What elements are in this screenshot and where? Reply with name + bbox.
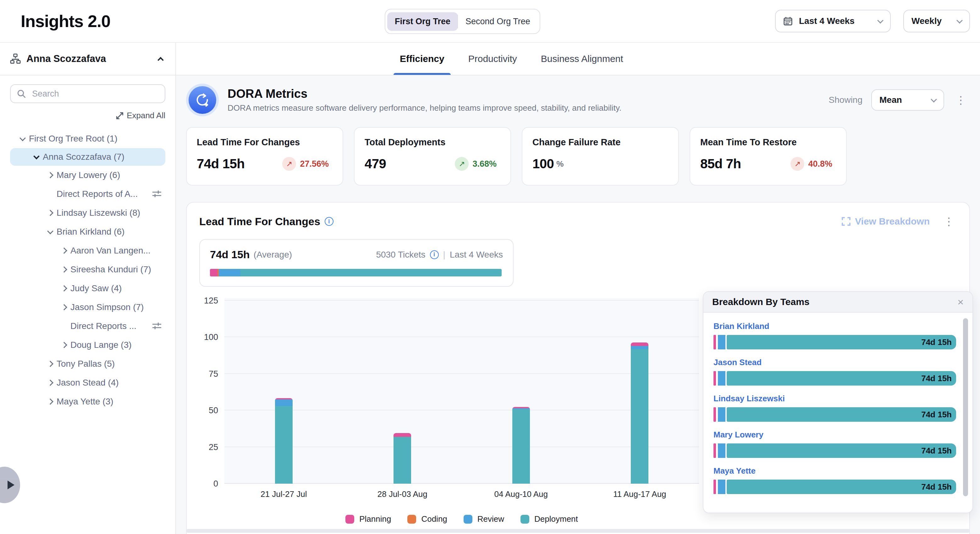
date-range-dropdown[interactable]: Last 4 Weeks <box>775 10 891 32</box>
tree-item[interactable]: Brian Kirkland (6) <box>0 222 175 241</box>
filters-icon[interactable] <box>152 322 162 330</box>
chevron-down-icon[interactable] <box>33 153 40 159</box>
trend-badge: ↗3.68% <box>455 157 500 171</box>
org-tree-option[interactable]: First Org Tree <box>387 12 458 31</box>
tab-business-alignment[interactable]: Business Alignment <box>540 43 625 75</box>
team-link[interactable]: Jason Stead <box>713 357 956 367</box>
bar-segment-planning <box>713 371 716 386</box>
team-bar: 74d 15h <box>713 335 956 349</box>
search-icon <box>17 89 26 98</box>
tree-item[interactable]: Direct Reports of A... <box>0 185 175 204</box>
team-bar: 74d 15h <box>713 443 956 458</box>
app-window: Insights 2.0 First Org TreeSecond Org Tr… <box>0 0 980 534</box>
granularity-dropdown[interactable]: Weekly <box>903 10 970 32</box>
team-link[interactable]: Brian Kirkland <box>713 321 956 331</box>
chevron-right-icon[interactable] <box>61 342 67 348</box>
tree-item[interactable]: Direct Reports ... <box>0 317 175 336</box>
breakdown-scrollbar[interactable] <box>963 318 968 504</box>
chevron-down-icon <box>931 96 937 102</box>
team-bar: 74d 15h <box>713 407 956 422</box>
chart-bar[interactable] <box>275 398 293 484</box>
showing-dropdown[interactable]: Mean <box>871 89 944 111</box>
bar-segment-planning <box>631 343 648 346</box>
tree-item-label: Jason Stead (4) <box>57 378 119 388</box>
scrollbar-thumb[interactable] <box>963 318 968 496</box>
tree-item[interactable]: Maya Yette (3) <box>0 392 175 411</box>
breakdown-row: Mary Lowery74d 15h <box>713 430 956 458</box>
bar-segment-deployment <box>275 406 293 484</box>
metric-title: Lead Time For Changes <box>197 137 332 148</box>
tree-item[interactable]: Sireesha Kunduri (7) <box>0 260 175 279</box>
chevron-right-icon[interactable] <box>47 399 53 405</box>
tree-item[interactable]: Aaron Van Langen... <box>0 241 175 260</box>
tree-item[interactable]: Mary Lowery (6) <box>0 166 175 185</box>
tree-item[interactable]: Anna Scozzafava (7) <box>10 148 165 166</box>
x-tick-label: 28 Jul-03 Aug <box>343 489 462 499</box>
tab-productivity[interactable]: Productivity <box>467 43 518 75</box>
x-tick-label: 04 Aug-10 Aug <box>462 489 581 499</box>
tree-item[interactable]: Tony Pallas (5) <box>0 354 175 373</box>
filters-icon[interactable] <box>152 190 162 198</box>
expand-all-button[interactable]: Expand All <box>10 111 165 120</box>
org-tree-option[interactable]: Second Org Tree <box>458 12 538 31</box>
trend-delta: 3.68% <box>473 159 496 169</box>
chevron-right-icon[interactable] <box>47 361 53 367</box>
sidebar-collapse-button[interactable] <box>156 51 165 67</box>
chart-bar[interactable] <box>512 407 530 484</box>
bar-segment-review <box>718 371 725 386</box>
lead-time-chart: 0255075100125 21 Jul-27 Jul28 Jul-03 Aug… <box>199 298 699 524</box>
breakdown-list: Brian Kirkland74d 15hJason Stead74d 15hL… <box>703 312 972 494</box>
legend-item-coding[interactable]: Coding <box>407 514 447 524</box>
legend-item-review[interactable]: Review <box>464 514 504 524</box>
tree-item[interactable]: Lindsay Liszewski (8) <box>0 204 175 222</box>
legend-label: Coding <box>421 514 447 524</box>
metric-card: Lead Time For Changes74d 15h↗27.56% <box>186 127 343 185</box>
iteration-loop-icon <box>189 86 216 114</box>
org-tree-sidebar: Anna Scozzafava Expand All First Org Tre… <box>0 43 176 534</box>
legend-swatch <box>464 515 473 524</box>
metric-unit: % <box>556 159 563 169</box>
tree-item[interactable]: First Org Tree Root (1) <box>0 129 175 148</box>
tree-item[interactable]: Judy Saw (4) <box>0 279 175 298</box>
team-link[interactable]: Maya Yette <box>713 466 956 476</box>
tree-item[interactable]: Jason Stead (4) <box>0 373 175 392</box>
section-kebab-menu[interactable]: ⋮ <box>941 215 957 228</box>
info-icon[interactable]: i <box>325 217 334 226</box>
view-breakdown-button[interactable]: View Breakdown <box>842 216 930 227</box>
chevron-right-icon[interactable] <box>61 247 67 254</box>
tickets-count: 5030 Tickets <box>376 250 425 260</box>
chevron-right-icon[interactable] <box>61 266 67 273</box>
average-suffix: (Average) <box>254 250 292 260</box>
horizontal-scrollbar[interactable] <box>186 529 970 533</box>
chevron-right-icon[interactable] <box>61 304 67 311</box>
tree-item-label: Tony Pallas (5) <box>57 359 115 369</box>
legend-item-planning[interactable]: Planning <box>345 514 391 524</box>
tree-item[interactable]: Jason Simpson (7) <box>0 298 175 317</box>
tab-efficiency[interactable]: Efficiency <box>399 43 446 75</box>
trend-delta: 27.56% <box>300 159 329 169</box>
team-link[interactable]: Mary Lowery <box>713 430 956 440</box>
dora-kebab-menu[interactable]: ⋮ <box>953 93 969 107</box>
chart-bar[interactable] <box>631 343 648 484</box>
bar-segment-review <box>718 480 725 494</box>
bar-segment-review <box>631 346 648 349</box>
legend-item-deployment[interactable]: Deployment <box>520 514 578 524</box>
metric-title: Mean Time To Restore <box>700 137 836 148</box>
chart-column <box>224 298 343 484</box>
close-icon[interactable]: × <box>958 296 964 307</box>
chevron-right-icon[interactable] <box>47 379 53 386</box>
chevron-down-icon[interactable] <box>47 228 53 234</box>
chevron-down-icon[interactable] <box>19 135 26 141</box>
tree-item[interactable]: Doug Lange (3) <box>0 336 175 354</box>
chart-column <box>462 298 581 484</box>
info-icon[interactable]: i <box>430 250 439 259</box>
chevron-right-icon[interactable] <box>47 172 53 178</box>
chevron-right-icon[interactable] <box>47 210 53 216</box>
chevron-right-icon[interactable] <box>61 285 67 292</box>
avg-segment-deployment <box>240 269 502 276</box>
content-area: DORA Metrics DORA metrics measure softwa… <box>176 75 980 534</box>
sidebar-search <box>10 84 165 103</box>
chart-bar[interactable] <box>393 433 411 484</box>
team-link[interactable]: Lindsay Liszewski <box>713 394 956 403</box>
search-input[interactable] <box>31 88 146 99</box>
